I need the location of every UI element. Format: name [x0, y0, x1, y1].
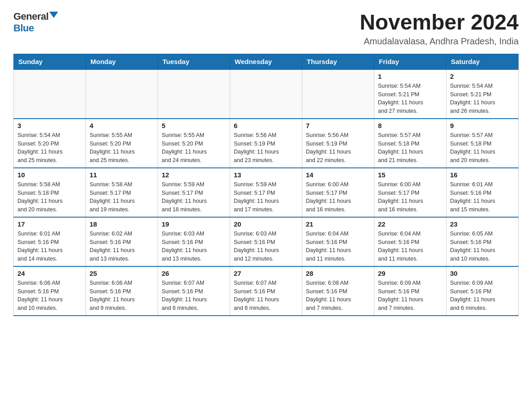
calendar-header-row: SundayMondayTuesdayWednesdayThursdayFrid…: [14, 54, 519, 69]
day-info: Sunrise: 5:58 AMSunset: 5:18 PMDaylight:…: [17, 180, 82, 214]
day-number: 14: [306, 171, 370, 179]
calendar-header-wednesday: Wednesday: [230, 54, 302, 69]
calendar-table: SundayMondayTuesdayWednesdayThursdayFrid…: [13, 54, 519, 316]
day-info: Sunrise: 5:54 AMSunset: 5:21 PMDaylight:…: [450, 82, 515, 116]
calendar-cell: 7Sunrise: 5:56 AMSunset: 5:19 PMDaylight…: [302, 119, 374, 168]
day-info: Sunrise: 6:02 AMSunset: 5:16 PMDaylight:…: [90, 230, 154, 263]
calendar-cell: [158, 69, 230, 119]
calendar-cell: [302, 69, 374, 119]
calendar-cell: 28Sunrise: 6:08 AMSunset: 5:16 PMDayligh…: [302, 266, 374, 316]
day-number: 8: [378, 122, 442, 129]
calendar-header-friday: Friday: [374, 54, 446, 69]
day-number: 28: [306, 270, 370, 277]
day-info: Sunrise: 5:56 AMSunset: 5:19 PMDaylight:…: [306, 131, 370, 165]
calendar-cell: 4Sunrise: 5:55 AMSunset: 5:20 PMDaylight…: [86, 119, 158, 168]
day-number: 6: [234, 122, 298, 129]
calendar-header-tuesday: Tuesday: [158, 54, 230, 69]
day-number: 3: [17, 122, 82, 129]
day-number: 15: [378, 171, 442, 179]
day-number: 22: [378, 220, 442, 228]
page-title: November 2024: [360, 11, 519, 34]
day-number: 23: [450, 220, 515, 228]
page-header: General Blue November 2024 Amudalavalasa…: [13, 11, 519, 47]
calendar-cell: 24Sunrise: 6:06 AMSunset: 5:16 PMDayligh…: [14, 266, 86, 316]
calendar-cell: 18Sunrise: 6:02 AMSunset: 5:16 PMDayligh…: [86, 217, 158, 266]
calendar-week-3: 10Sunrise: 5:58 AMSunset: 5:18 PMDayligh…: [14, 168, 519, 217]
calendar-header-thursday: Thursday: [302, 54, 374, 69]
calendar-cell: 12Sunrise: 5:59 AMSunset: 5:17 PMDayligh…: [158, 168, 230, 217]
calendar-cell: [86, 69, 158, 119]
day-number: 7: [306, 122, 370, 129]
calendar-week-1: 1Sunrise: 5:54 AMSunset: 5:21 PMDaylight…: [14, 69, 519, 119]
day-info: Sunrise: 6:03 AMSunset: 5:16 PMDaylight:…: [162, 230, 226, 263]
day-number: 9: [450, 122, 515, 129]
calendar-cell: 29Sunrise: 6:09 AMSunset: 5:16 PMDayligh…: [374, 266, 446, 316]
calendar-cell: 16Sunrise: 6:01 AMSunset: 5:16 PMDayligh…: [446, 168, 519, 217]
day-info: Sunrise: 6:09 AMSunset: 5:16 PMDaylight:…: [378, 279, 442, 313]
day-info: Sunrise: 5:56 AMSunset: 5:19 PMDaylight:…: [234, 131, 298, 165]
day-info: Sunrise: 6:00 AMSunset: 5:17 PMDaylight:…: [306, 180, 370, 214]
calendar-cell: 17Sunrise: 6:01 AMSunset: 5:16 PMDayligh…: [14, 217, 86, 266]
day-number: 19: [162, 220, 226, 228]
page-subtitle: Amudalavalasa, Andhra Pradesh, India: [360, 36, 519, 47]
logo-general-text: General: [13, 11, 48, 22]
day-info: Sunrise: 6:04 AMSunset: 5:16 PMDaylight:…: [306, 230, 370, 263]
calendar-cell: 22Sunrise: 6:04 AMSunset: 5:16 PMDayligh…: [374, 217, 446, 266]
day-number: 27: [234, 270, 298, 277]
day-info: Sunrise: 5:54 AMSunset: 5:20 PMDaylight:…: [17, 131, 82, 165]
day-number: 25: [90, 270, 154, 277]
calendar-cell: 27Sunrise: 6:07 AMSunset: 5:16 PMDayligh…: [230, 266, 302, 316]
calendar-cell: 13Sunrise: 5:59 AMSunset: 5:17 PMDayligh…: [230, 168, 302, 217]
calendar-cell: 6Sunrise: 5:56 AMSunset: 5:19 PMDaylight…: [230, 119, 302, 168]
day-info: Sunrise: 5:57 AMSunset: 5:18 PMDaylight:…: [450, 131, 515, 165]
day-number: 12: [162, 171, 226, 179]
calendar-cell: 14Sunrise: 6:00 AMSunset: 5:17 PMDayligh…: [302, 168, 374, 217]
day-info: Sunrise: 5:59 AMSunset: 5:17 PMDaylight:…: [234, 180, 298, 214]
calendar-cell: [230, 69, 302, 119]
calendar-cell: 21Sunrise: 6:04 AMSunset: 5:16 PMDayligh…: [302, 217, 374, 266]
day-info: Sunrise: 5:54 AMSunset: 5:21 PMDaylight:…: [378, 82, 442, 116]
calendar-cell: 15Sunrise: 6:00 AMSunset: 5:17 PMDayligh…: [374, 168, 446, 217]
day-info: Sunrise: 5:55 AMSunset: 5:20 PMDaylight:…: [90, 131, 154, 165]
day-number: 29: [378, 270, 442, 277]
day-info: Sunrise: 6:07 AMSunset: 5:16 PMDaylight:…: [234, 279, 298, 313]
day-number: 1: [378, 73, 442, 80]
calendar-cell: [14, 69, 86, 119]
calendar-cell: 2Sunrise: 5:54 AMSunset: 5:21 PMDaylight…: [446, 69, 519, 119]
day-number: 10: [17, 171, 82, 179]
calendar-header-sunday: Sunday: [14, 54, 86, 69]
day-info: Sunrise: 6:06 AMSunset: 5:16 PMDaylight:…: [17, 279, 82, 313]
calendar-cell: 3Sunrise: 5:54 AMSunset: 5:20 PMDaylight…: [14, 119, 86, 168]
day-number: 4: [90, 122, 154, 129]
calendar-week-2: 3Sunrise: 5:54 AMSunset: 5:20 PMDaylight…: [14, 119, 519, 168]
calendar-header-monday: Monday: [86, 54, 158, 69]
day-number: 5: [162, 122, 226, 129]
day-info: Sunrise: 6:01 AMSunset: 5:16 PMDaylight:…: [17, 230, 82, 263]
calendar-cell: 26Sunrise: 6:07 AMSunset: 5:16 PMDayligh…: [158, 266, 230, 316]
day-info: Sunrise: 6:08 AMSunset: 5:16 PMDaylight:…: [306, 279, 370, 313]
calendar-cell: 30Sunrise: 6:09 AMSunset: 5:16 PMDayligh…: [446, 266, 519, 316]
title-block: November 2024 Amudalavalasa, Andhra Prad…: [360, 11, 519, 47]
calendar-cell: 19Sunrise: 6:03 AMSunset: 5:16 PMDayligh…: [158, 217, 230, 266]
day-info: Sunrise: 6:04 AMSunset: 5:16 PMDaylight:…: [378, 230, 442, 263]
day-number: 17: [17, 220, 82, 228]
calendar-week-5: 24Sunrise: 6:06 AMSunset: 5:16 PMDayligh…: [14, 266, 519, 316]
calendar-header-saturday: Saturday: [446, 54, 519, 69]
logo: General Blue: [13, 11, 58, 34]
calendar-cell: 9Sunrise: 5:57 AMSunset: 5:18 PMDaylight…: [446, 119, 519, 168]
day-number: 20: [234, 220, 298, 228]
calendar-cell: 23Sunrise: 6:05 AMSunset: 5:16 PMDayligh…: [446, 217, 519, 266]
calendar-cell: 1Sunrise: 5:54 AMSunset: 5:21 PMDaylight…: [374, 69, 446, 119]
day-info: Sunrise: 6:07 AMSunset: 5:16 PMDaylight:…: [162, 279, 226, 313]
day-number: 13: [234, 171, 298, 179]
calendar-cell: 8Sunrise: 5:57 AMSunset: 5:18 PMDaylight…: [374, 119, 446, 168]
day-number: 2: [450, 73, 515, 80]
day-info: Sunrise: 5:55 AMSunset: 5:20 PMDaylight:…: [162, 131, 226, 165]
day-info: Sunrise: 6:00 AMSunset: 5:17 PMDaylight:…: [378, 180, 442, 214]
calendar-cell: 20Sunrise: 6:03 AMSunset: 5:16 PMDayligh…: [230, 217, 302, 266]
day-number: 16: [450, 171, 515, 179]
day-number: 21: [306, 220, 370, 228]
calendar-cell: 10Sunrise: 5:58 AMSunset: 5:18 PMDayligh…: [14, 168, 86, 217]
day-number: 24: [17, 270, 82, 277]
day-info: Sunrise: 5:58 AMSunset: 5:17 PMDaylight:…: [90, 180, 154, 214]
